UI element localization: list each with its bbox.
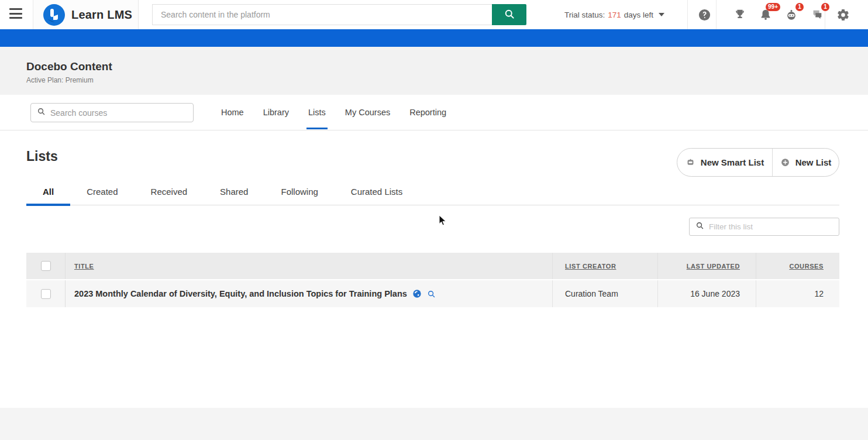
new-list-button-group: New Smart List New List <box>677 148 839 177</box>
mouse-cursor <box>439 215 448 229</box>
messages-button[interactable]: 1 <box>809 6 825 23</box>
smart-list-icon <box>686 157 695 167</box>
new-list-button[interactable]: New List <box>772 149 839 176</box>
tab-created[interactable]: Created <box>70 178 134 205</box>
course-search-input[interactable] <box>50 108 179 118</box>
new-smart-list-button[interactable]: New Smart List <box>677 149 772 176</box>
select-all-checkbox[interactable] <box>41 261 51 271</box>
column-header-last-updated[interactable]: LAST UPDATED <box>687 263 740 270</box>
nav-tabs: Home Library Lists My Courses Reporting <box>221 95 446 130</box>
nav-item-reporting[interactable]: Reporting <box>409 95 446 130</box>
messages-badge: 1 <box>821 3 829 11</box>
docebo-logo-icon <box>43 4 65 26</box>
trial-days-left: 171 <box>608 11 621 19</box>
row-checkbox[interactable] <box>41 289 51 299</box>
nav-item-home[interactable]: Home <box>221 95 244 130</box>
filter-list <box>689 218 839 236</box>
ai-assistant-button[interactable]: 1 <box>783 6 800 23</box>
trial-status-label: Trial status: <box>564 11 605 19</box>
tab-received[interactable]: Received <box>135 178 204 205</box>
column-header-list-creator[interactable]: LIST CREATOR <box>565 263 616 270</box>
gear-icon <box>835 8 851 22</box>
tab-all[interactable]: All <box>26 178 70 205</box>
lists-section-title: Lists <box>26 149 58 164</box>
table-row[interactable]: 2023 Monthly Calendar of Diversity, Equi… <box>26 280 839 307</box>
new-smart-list-label: New Smart List <box>701 157 764 167</box>
list-creator-value: Curation Team <box>552 280 657 307</box>
notifications-button[interactable]: 99+ <box>757 6 774 23</box>
hamburger-icon <box>9 8 22 10</box>
content-nav: Home Library Lists My Courses Reporting <box>0 95 868 130</box>
trial-status[interactable]: Trial status: 171 days left <box>564 0 664 29</box>
nav-item-library[interactable]: Library <box>263 95 289 130</box>
topbar: Learn LMS Trial status: 171 days left <box>0 0 868 29</box>
table-header-row: TITLE LIST CREATOR LAST UPDATED COURSES <box>26 253 839 280</box>
trophy-icon <box>732 8 748 21</box>
search-icon <box>695 221 704 232</box>
preview-search-icon[interactable] <box>427 290 436 298</box>
new-list-label: New List <box>795 157 832 167</box>
globe-icon[interactable] <box>412 289 422 298</box>
topbar-divider <box>716 0 717 29</box>
help-button[interactable] <box>696 6 712 23</box>
search-icon <box>37 107 46 118</box>
tab-curated-lists[interactable]: Curated Lists <box>335 178 419 205</box>
topbar-divider <box>687 0 688 29</box>
help-icon <box>696 8 712 22</box>
brand-logo[interactable]: Learn LMS <box>33 0 139 29</box>
select-all-cell <box>26 253 66 279</box>
page-footer <box>0 408 868 440</box>
nav-item-my-courses[interactable]: My Courses <box>345 95 390 130</box>
platform-search-input[interactable] <box>152 4 492 25</box>
notifications-badge: 99+ <box>766 3 780 11</box>
column-header-courses[interactable]: COURSES <box>789 263 824 270</box>
last-updated-value: 16 June 2023 <box>657 280 756 307</box>
gamification-button[interactable] <box>732 6 748 23</box>
courses-count-value: 12 <box>756 280 839 307</box>
assistant-badge: 1 <box>795 3 804 11</box>
row-select-cell <box>26 280 66 307</box>
page-header: Docebo Content Active Plan: Premium <box>0 47 868 95</box>
filter-list-input[interactable] <box>709 222 832 231</box>
lists-table: TITLE LIST CREATOR LAST UPDATED COURSES … <box>26 253 839 307</box>
lists-tabs: All Created Received Shared Following Cu… <box>26 178 839 205</box>
active-plan-label: Active Plan: Premium <box>26 76 868 84</box>
learn-lms-app: Learn LMS Trial status: 171 days left <box>0 0 868 440</box>
course-search <box>30 103 194 122</box>
tab-following[interactable]: Following <box>264 178 334 205</box>
plus-circle-icon <box>780 157 790 167</box>
settings-button[interactable] <box>835 6 851 23</box>
page-title: Docebo Content <box>26 60 868 73</box>
hamburger-menu-button[interactable] <box>9 8 23 20</box>
list-title-link[interactable]: 2023 Monthly Calendar of Diversity, Equi… <box>74 289 407 298</box>
tab-shared[interactable]: Shared <box>204 178 264 205</box>
platform-search-button[interactable] <box>492 4 526 25</box>
trial-days-suffix: days left <box>624 11 653 19</box>
platform-search <box>152 4 526 25</box>
column-header-title[interactable]: TITLE <box>74 263 94 270</box>
search-icon <box>504 8 515 22</box>
chevron-down-icon <box>659 13 664 16</box>
brand-name: Learn LMS <box>71 8 132 22</box>
nav-item-lists[interactable]: Lists <box>308 95 326 130</box>
page-banner <box>0 29 868 47</box>
